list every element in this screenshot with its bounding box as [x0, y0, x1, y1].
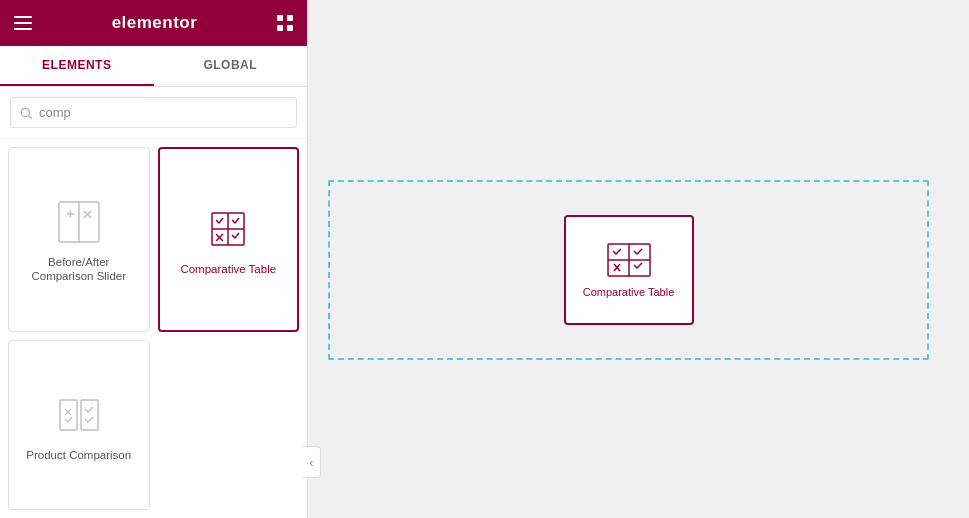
widget-grid: Before/After Comparison Slider Comparati… [0, 139, 307, 518]
widget-comparative-table[interactable]: Comparative Table [158, 147, 300, 332]
widget-before-after-label: Before/After Comparison Slider [17, 255, 141, 285]
widget-before-after[interactable]: Before/After Comparison Slider [8, 147, 150, 332]
app-title: elementor [112, 13, 198, 33]
sidebar: elementor ELEMENTS GLOBAL [0, 0, 308, 518]
search-input[interactable] [10, 97, 297, 128]
widget-product-comparison[interactable]: Product Comparison [8, 340, 150, 510]
canvas-widget-label: Comparative Table [583, 286, 675, 298]
tab-global[interactable]: GLOBAL [154, 46, 308, 86]
collapse-button[interactable]: ‹ [303, 446, 321, 478]
svg-rect-5 [277, 25, 283, 31]
svg-rect-3 [277, 15, 283, 21]
widget-comparative-table-label: Comparative Table [180, 262, 276, 277]
svg-rect-6 [287, 25, 293, 31]
drop-zone[interactable]: Comparative Table [328, 180, 929, 360]
hamburger-icon[interactable] [14, 16, 32, 30]
search-box [0, 87, 307, 139]
grid-icon[interactable] [277, 15, 293, 31]
svg-rect-1 [14, 22, 32, 24]
svg-rect-0 [14, 16, 32, 18]
chevron-left-icon: ‹ [309, 455, 313, 470]
svg-rect-2 [14, 28, 32, 30]
svg-rect-18 [60, 400, 77, 430]
canvas-area: Comparative Table [308, 0, 969, 518]
canvas-widget-comparative-table: Comparative Table [564, 215, 694, 325]
tab-elements[interactable]: ELEMENTS [0, 46, 154, 86]
sidebar-header: elementor [0, 0, 307, 46]
svg-rect-4 [287, 15, 293, 21]
svg-rect-19 [81, 400, 98, 430]
sidebar-tabs: ELEMENTS GLOBAL [0, 46, 307, 87]
widget-product-comparison-label: Product Comparison [26, 448, 131, 463]
